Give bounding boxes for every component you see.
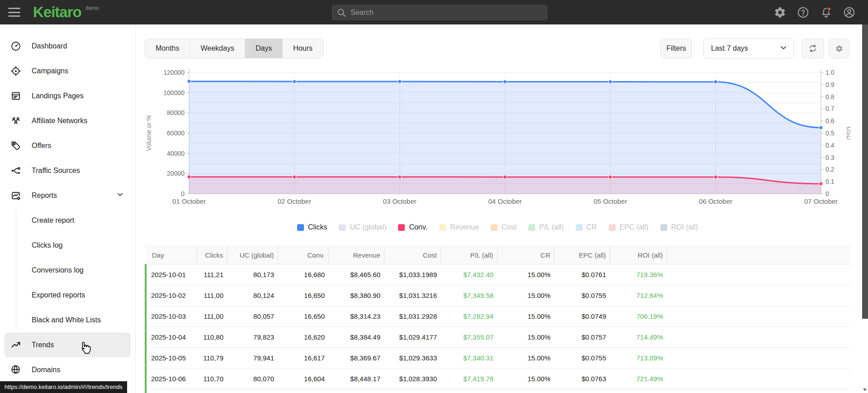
date-range-select[interactable]: Last 7 days: [703, 38, 794, 58]
legend-item-revenue[interactable]: Revenue: [439, 223, 479, 231]
sidebar-item-dashboard[interactable]: Dashboard: [5, 34, 131, 58]
campaigns-icon: [10, 66, 21, 77]
cell-revenue: $8,314.23: [328, 306, 384, 327]
svg-text:01 October: 01 October: [172, 197, 206, 205]
global-search[interactable]: [332, 5, 548, 20]
svg-text:80000: 80000: [167, 109, 185, 116]
legend-label: Clicks: [308, 223, 327, 231]
sidebar-item-campaigns[interactable]: Campaigns: [5, 58, 131, 83]
sidebar-item-reports[interactable]: Reports: [5, 183, 131, 208]
legend-item-cr[interactable]: CR: [576, 223, 597, 231]
cell-day: 2025-10-01: [146, 264, 196, 285]
svg-text:0.7: 0.7: [825, 105, 835, 112]
legend-item-epc-all-[interactable]: EPC (all): [609, 223, 649, 231]
sidebar-item-trends[interactable]: Trends: [5, 332, 131, 357]
cell-cost: $1,033.1989: [384, 264, 441, 285]
page-scrollbar[interactable]: [862, 24, 868, 393]
svg-text:03 October: 03 October: [383, 197, 417, 205]
environment-badge: demo: [85, 5, 99, 11]
cell-epc-all-: $0.0761: [554, 264, 610, 285]
cell-roi-all-: 713.09%: [610, 348, 667, 369]
sidebar-item-affiliate-networks[interactable]: Affiliate Networks: [5, 108, 131, 133]
column-header-uc-global-[interactable]: UC (global): [227, 246, 278, 264]
legend-item-cost[interactable]: Cost: [491, 223, 517, 231]
tab-weekdays[interactable]: Weekdays: [190, 39, 245, 58]
tab-hours[interactable]: Hours: [283, 39, 323, 58]
view-mode-tabs: MonthsWeekdaysDaysHours: [145, 38, 323, 58]
column-header-epc-all-[interactable]: EPC (all): [554, 246, 610, 264]
sidebar-item-label: Landings Pages: [32, 92, 84, 100]
sidebar-item-offers[interactable]: $Offers: [5, 133, 131, 158]
column-header-conv-[interactable]: Conv.: [278, 246, 328, 264]
column-header-p-l-all-[interactable]: P/L (all): [441, 246, 497, 264]
legend-item-conv-[interactable]: Conv.: [398, 223, 427, 231]
top-bar: Keitaro demo: [0, 0, 868, 24]
column-header-cost[interactable]: Cost: [384, 246, 441, 264]
sidebar-item-label: Dashboard: [32, 42, 67, 50]
sidebar-item-traffic-sources[interactable]: Traffic Sources: [5, 158, 131, 183]
svg-text:0: 0: [825, 190, 829, 197]
sidebar-subitem-exported-reports[interactable]: Exported reports: [0, 283, 135, 307]
table-row[interactable]: 2025-10-03111,0080,05716,650$8,314.23$1,…: [146, 306, 850, 327]
column-header-revenue[interactable]: Revenue: [328, 246, 384, 264]
table-row[interactable]: 2025-10-0711,4011,4772,418$1,029.34$217.…: [146, 389, 850, 393]
table-row[interactable]: 2025-10-04110,8079,82316,620$8,384.49$1,…: [146, 327, 850, 348]
account-icon[interactable]: [843, 6, 855, 19]
notifications-bell-icon[interactable]: [820, 6, 832, 19]
column-header-clicks[interactable]: Clicks: [196, 246, 227, 264]
sidebar-item-label: Offers: [32, 142, 51, 150]
cell-p-l-all-: $7,349.58: [441, 285, 497, 306]
sidebar-subitem-clicks-log[interactable]: Clicks log: [0, 233, 135, 258]
table-row[interactable]: 2025-10-02111,0080,12416,650$8,380.90$1,…: [146, 285, 850, 306]
sidebar-item-label: Affiliate Networks: [32, 117, 87, 125]
link-status-tooltip: https://demo.keitaro.io/admin/#!/trends/…: [0, 381, 127, 393]
help-icon[interactable]: [797, 6, 809, 19]
table-row[interactable]: 2025-10-06110,7080,07016,604$8,448.17$1,…: [146, 369, 850, 389]
hamburger-menu-icon[interactable]: [8, 8, 20, 17]
legend-item-clicks[interactable]: Clicks: [297, 223, 327, 231]
gear-icon: [835, 45, 843, 53]
legend-item-roi-all-[interactable]: ROI (all): [660, 223, 698, 231]
column-header-roi-all-[interactable]: ROI (all): [610, 246, 667, 264]
sidebar-item-label: Domains: [32, 366, 60, 374]
table-row[interactable]: 2025-10-01111,2180,17316,680$8,465.60$1,…: [146, 264, 850, 285]
cell-epc-all-: $0.1213: [554, 389, 610, 393]
cell-cr: 15.00%: [497, 369, 554, 389]
cell-day: 2025-10-06: [146, 369, 196, 389]
sidebar-item-domains[interactable]: Domains: [5, 357, 131, 382]
search-input[interactable]: [351, 9, 542, 17]
svg-text:1.0: 1.0: [825, 69, 835, 76]
table-row[interactable]: 2025-10-05110,7979,94116,617$8,369.67$1,…: [146, 348, 850, 369]
sidebar-subitem-create-report[interactable]: Create report: [0, 208, 135, 233]
cell-epc-all-: $0.0755: [554, 348, 610, 369]
tab-days[interactable]: Days: [245, 39, 283, 58]
cell-roi-all-: 732.5%: [610, 389, 667, 393]
cell-cr: 15.00%: [497, 389, 554, 393]
refresh-button[interactable]: [802, 38, 824, 58]
sidebar-subitem-black-and-white-lists[interactable]: Black and White Lists: [0, 307, 135, 332]
filters-button[interactable]: Filters: [660, 38, 692, 58]
sidebar-item-landings-pages[interactable]: Landings Pages: [5, 83, 131, 108]
column-header-day[interactable]: Day: [146, 246, 196, 264]
cell-conv-: 16,620: [278, 327, 328, 348]
svg-text:0.1: 0.1: [825, 178, 835, 185]
scrollbar-thumb[interactable]: [862, 24, 868, 319]
sidebar-item-label: Campaigns: [32, 67, 68, 75]
svg-text:02 October: 02 October: [278, 197, 311, 205]
brand-logo[interactable]: Keitaro: [33, 4, 81, 21]
scrollbar-down-arrow[interactable]: [863, 388, 867, 391]
settings-icon[interactable]: [774, 6, 786, 19]
tab-months[interactable]: Months: [145, 39, 190, 58]
legend-item-uc-global-[interactable]: UC (global): [339, 223, 386, 231]
chevron-down-icon: [116, 190, 124, 201]
legend-swatch: [491, 224, 498, 231]
column-header-cr[interactable]: CR: [497, 246, 554, 264]
cell-cost: $1,031.2928: [384, 306, 441, 327]
chart-settings-button[interactable]: [829, 38, 849, 58]
cell-conv-: 16,604: [278, 369, 328, 389]
legend-item-p-l-all-[interactable]: P/L (all): [528, 223, 564, 231]
cell-revenue: $1,029.34: [328, 389, 384, 393]
sidebar-subitem-conversions-log[interactable]: Conversions log: [0, 258, 135, 283]
cell-p-l-all-: $7,419.78: [441, 369, 497, 389]
cell-clicks: 110,70: [196, 369, 227, 389]
